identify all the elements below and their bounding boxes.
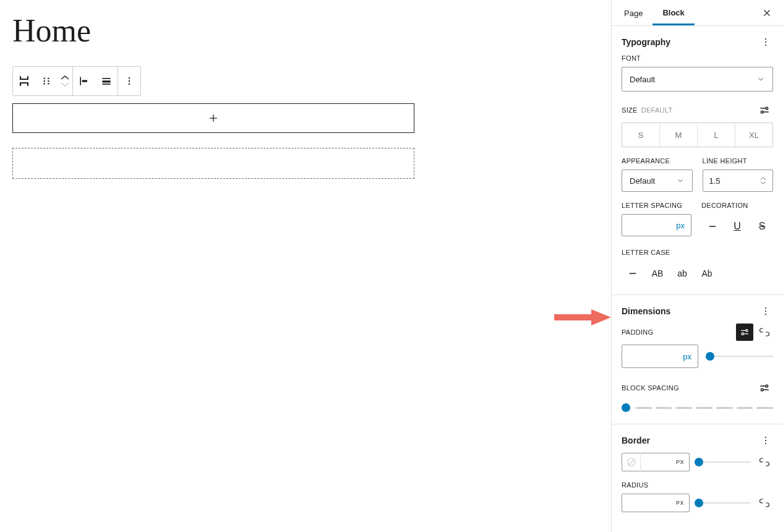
padding-slider[interactable] bbox=[706, 356, 773, 357]
svg-point-32 bbox=[761, 388, 763, 391]
close-sidebar-button[interactable] bbox=[757, 3, 777, 23]
size-label: SIZE bbox=[622, 106, 638, 114]
decoration-none[interactable] bbox=[701, 215, 724, 238]
plus-icon bbox=[207, 112, 220, 124]
svg-rect-15 bbox=[102, 80, 110, 82]
lettercase-upper[interactable]: AB bbox=[646, 262, 669, 285]
svg-point-11 bbox=[48, 83, 49, 85]
border-color-button[interactable] bbox=[622, 453, 641, 471]
step-up-icon[interactable] bbox=[760, 176, 766, 181]
lettercase-none[interactable] bbox=[622, 262, 644, 285]
font-label: FONT bbox=[622, 54, 773, 62]
sidebar-tabs: Page Block bbox=[612, 0, 783, 26]
tab-page[interactable]: Page bbox=[614, 1, 652, 24]
close-icon bbox=[761, 7, 772, 19]
svg-point-28 bbox=[765, 314, 766, 315]
chevron-down-icon bbox=[676, 176, 685, 185]
padding-link-toggle[interactable] bbox=[756, 324, 773, 341]
lettercase-capitalize[interactable]: Ab bbox=[696, 262, 718, 285]
svg-point-31 bbox=[766, 385, 768, 387]
border-link-toggle[interactable] bbox=[756, 453, 773, 471]
svg-point-24 bbox=[766, 107, 768, 109]
svg-point-8 bbox=[43, 80, 45, 82]
border-width-input[interactable]: PX bbox=[641, 459, 689, 465]
lettercase-label: LETTER CASE bbox=[622, 249, 773, 256]
svg-point-19 bbox=[129, 84, 130, 85]
border-title: Border bbox=[622, 435, 650, 445]
svg-point-9 bbox=[48, 80, 49, 82]
svg-rect-5 bbox=[27, 84, 28, 86]
svg-rect-13 bbox=[82, 80, 87, 82]
radius-input[interactable]: PX bbox=[622, 494, 690, 512]
size-m[interactable]: M bbox=[660, 123, 698, 147]
font-select[interactable]: Default bbox=[622, 67, 773, 92]
letterspacing-input[interactable]: px bbox=[622, 214, 691, 236]
svg-point-33 bbox=[765, 437, 766, 438]
size-default-label: DEFAULT bbox=[641, 106, 673, 114]
padding-custom-toggle[interactable] bbox=[736, 324, 753, 341]
justify-icon[interactable] bbox=[95, 67, 118, 95]
lineheight-input[interactable]: 1.5 bbox=[703, 169, 774, 192]
svg-point-17 bbox=[129, 77, 130, 79]
radius-label: RADIUS bbox=[622, 481, 773, 489]
lettercase-lower[interactable]: ab bbox=[671, 262, 693, 285]
svg-point-22 bbox=[765, 41, 766, 43]
svg-rect-0 bbox=[20, 79, 28, 80]
move-up-icon[interactable] bbox=[61, 75, 69, 81]
svg-point-18 bbox=[129, 80, 130, 82]
dimensions-panel: Dimensions PADDING px bbox=[612, 295, 783, 424]
decoration-strikethrough[interactable]: S bbox=[751, 215, 773, 238]
move-down-icon[interactable] bbox=[61, 81, 69, 87]
appearance-label: APPEARANCE bbox=[622, 157, 693, 165]
tab-block[interactable]: Block bbox=[652, 1, 694, 25]
typography-options-menu[interactable] bbox=[758, 35, 773, 49]
svg-rect-4 bbox=[20, 84, 21, 86]
svg-point-29 bbox=[746, 330, 748, 332]
blockspacing-slider[interactable] bbox=[635, 400, 773, 415]
svg-point-21 bbox=[765, 38, 766, 40]
svg-point-23 bbox=[765, 45, 766, 46]
svg-point-30 bbox=[742, 333, 743, 335]
size-segmented: S M L XL bbox=[622, 122, 773, 147]
svg-rect-12 bbox=[80, 77, 81, 85]
step-down-icon[interactable] bbox=[760, 181, 766, 185]
decoration-underline[interactable]: U bbox=[726, 215, 748, 238]
padding-input[interactable]: px bbox=[622, 345, 698, 368]
settings-sidebar: Page Block Typography FONT Default SIZE … bbox=[611, 0, 783, 532]
dimensions-options-menu[interactable] bbox=[758, 304, 773, 319]
radius-link-toggle[interactable] bbox=[756, 494, 773, 512]
border-panel: Border PX RADIUS PX bbox=[612, 424, 783, 521]
svg-point-25 bbox=[761, 111, 763, 113]
size-s[interactable]: S bbox=[622, 123, 660, 147]
size-custom-toggle[interactable] bbox=[756, 101, 773, 119]
size-l[interactable]: L bbox=[698, 123, 735, 147]
svg-point-10 bbox=[43, 83, 45, 85]
border-width-slider[interactable] bbox=[695, 461, 751, 463]
letterspacing-label: LETTER SPACING bbox=[622, 202, 691, 209]
dimensions-title: Dimensions bbox=[622, 306, 670, 316]
svg-rect-16 bbox=[102, 84, 110, 85]
appearance-select[interactable]: Default bbox=[622, 169, 693, 192]
more-options-icon[interactable] bbox=[118, 67, 140, 95]
svg-point-26 bbox=[765, 307, 766, 309]
drag-handle-icon[interactable] bbox=[35, 67, 58, 95]
align-icon[interactable] bbox=[73, 67, 95, 95]
svg-rect-3 bbox=[27, 76, 28, 79]
add-block-button[interactable] bbox=[12, 103, 414, 133]
editor-canvas: Home bbox=[0, 0, 611, 532]
block-toolbar bbox=[12, 66, 141, 96]
radius-slider[interactable] bbox=[695, 502, 751, 504]
chevron-down-icon bbox=[756, 75, 765, 84]
empty-block-placeholder[interactable] bbox=[12, 148, 414, 179]
padding-label: PADDING bbox=[622, 328, 653, 336]
border-options-menu[interactable] bbox=[758, 433, 773, 448]
size-xl[interactable]: XL bbox=[735, 123, 772, 147]
lineheight-label: LINE HEIGHT bbox=[703, 157, 774, 165]
svg-point-6 bbox=[43, 78, 45, 79]
decoration-label: DECORATION bbox=[701, 202, 773, 209]
block-type-icon[interactable] bbox=[13, 67, 35, 95]
blockspacing-custom-toggle[interactable] bbox=[756, 379, 773, 397]
svg-rect-1 bbox=[20, 82, 28, 84]
svg-point-35 bbox=[765, 443, 766, 444]
svg-rect-2 bbox=[20, 76, 21, 79]
